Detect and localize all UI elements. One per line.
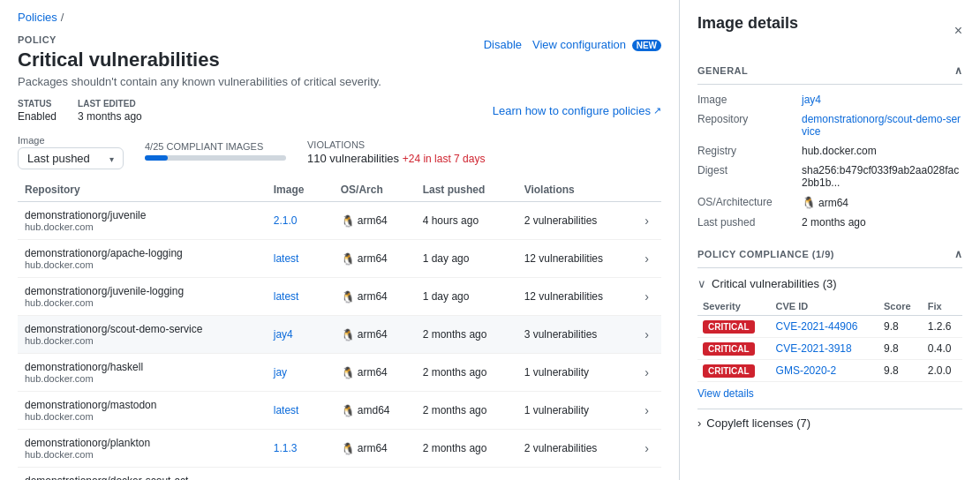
status-value: Enabled [18,110,57,123]
cell-chevron: › [637,202,661,240]
cell-chevron: › [637,468,661,481]
image-detail-row: Image jay4 [697,94,962,106]
table-row[interactable]: demonstrationorg/apache-logging hub.dock… [18,240,661,278]
col-violations: Violations [517,178,638,202]
cell-repo: demonstrationorg/juvenile hub.docker.com [18,202,267,240]
row-chevron-icon: › [645,327,649,341]
image-link[interactable]: latest [274,252,299,265]
linux-icon: 🐧 [341,404,355,417]
image-link[interactable]: latest [274,404,299,416]
image-filter-select[interactable]: Last pushed [18,147,124,169]
digest-detail-label: Digest [697,164,795,176]
copyleft-row[interactable]: › Copyleft licenses (7) [697,409,962,437]
cve-link[interactable]: CVE-2021-44906 [776,320,858,333]
cell-repo: demonstrationorg/apache-logging hub.dock… [18,240,267,278]
os-detail-value: 🐧 arm64 [802,196,848,209]
cve-link[interactable]: CVE-2021-3918 [776,342,852,355]
table-row[interactable]: demonstrationorg/juvenile hub.docker.com… [18,202,661,240]
cell-violations: 2 vulnerabilities [517,202,638,240]
violations-new: +24 in last 7 days [403,153,486,165]
cve-table: Severity CVE ID Score Fix CRITICAL CVE-2… [697,297,962,382]
cve-link[interactable]: GMS-2020-2 [776,364,837,377]
linux-icon: 🐧 [802,196,816,209]
breadcrumb-policies[interactable]: Policies [18,11,57,24]
cell-violations: 12 vulnerabilities [517,240,638,278]
critical-badge: CRITICAL [703,364,755,378]
row-chevron-icon: › [645,214,649,228]
general-chevron-icon: ∧ [954,64,963,77]
cell-arch: 🐧 arm64 [334,202,416,240]
disable-button[interactable]: Disable [484,38,522,51]
table-row[interactable]: demonstrationorg/docker-scout-act hub.do… [18,468,661,481]
images-table: Repository Image OS/Arch Last pushed Vio… [18,178,661,480]
cell-last-pushed: 2 months ago [416,316,517,354]
cell-last-pushed: 2 months ago [416,354,517,392]
linux-icon: 🐧 [341,442,355,455]
cell-chevron: › [637,430,661,468]
policy-toggle-icon[interactable]: ∨ [697,277,706,290]
image-details-panel: Image details × GENERAL ∧ Image jay4 Rep… [680,0,980,480]
cve-col-id: CVE ID [771,297,878,316]
view-details-link[interactable]: View details [697,387,754,400]
compliance-section-header[interactable]: POLICY COMPLIANCE (1/9) ∧ [697,241,962,268]
cve-severity: CRITICAL [697,338,771,360]
general-section-header[interactable]: GENERAL ∧ [697,57,962,85]
breadcrumb-separator: / [61,11,64,24]
image-link[interactable]: latest [274,290,299,303]
cve-row: CRITICAL CVE-2021-3918 9.8 0.4.0 [697,338,962,360]
cell-repo: demonstrationorg/juvenile-logging hub.do… [18,278,267,316]
repo-detail-label: Repository [697,113,795,125]
registry-detail-label: Registry [697,145,795,157]
linux-icon: 🐧 [341,328,355,341]
repo-detail-value[interactable]: demonstrationorg/scout-demo-service [802,113,962,138]
image-link[interactable]: 2.1.0 [274,214,298,227]
table-row[interactable]: demonstrationorg/mastodon hub.docker.com… [18,392,661,430]
cell-arch: 🐧 arm64 [334,240,416,278]
table-row[interactable]: demonstrationorg/scout-demo-service hub.… [18,316,661,354]
cell-arch: 🐧 arm64 [334,316,416,354]
view-configuration-button[interactable]: View configuration NEW [532,38,661,51]
linux-icon: 🐧 [341,290,355,304]
cell-image: latest [267,392,334,430]
linux-icon: 🐧 [341,214,355,228]
linux-icon: 🐧 [341,252,355,266]
table-row[interactable]: demonstrationorg/juvenile-logging hub.do… [18,278,661,316]
cell-violations: 2 vulnerabilities [517,430,638,468]
compliance-label: 4/25 COMPLIANT IMAGES [145,141,286,152]
row-chevron-icon: › [645,365,649,379]
last-pushed-detail-row: Last pushed 2 months ago [697,216,962,229]
cve-row: CRITICAL CVE-2021-44906 9.8 1.2.6 [697,316,962,338]
row-chevron-icon: › [645,403,649,417]
table-row[interactable]: demonstrationorg/haskell hub.docker.com … [18,354,661,392]
image-link[interactable]: jay [274,366,287,379]
compliance-chevron-icon: ∧ [954,248,963,260]
image-link[interactable]: jay4 [274,328,293,341]
cve-col-score: Score [878,297,923,316]
cve-fix: 0.4.0 [923,338,962,360]
cell-violations: 1 vulnerability [517,354,638,392]
cve-severity: CRITICAL [697,316,771,338]
image-filter-value: Last pushed [27,152,90,165]
cell-arch: 🐧 amd64 [334,392,416,430]
col-repository: Repository [18,178,267,202]
policy-compliance-name: Critical vulnerabilities (3) [712,277,837,290]
policy-description: Packages shouldn't contain any known vul… [18,75,381,88]
close-icon[interactable]: × [954,23,962,39]
image-link[interactable]: 1.1.3 [274,442,298,454]
image-detail-value[interactable]: jay4 [802,94,821,106]
learn-link[interactable]: Learn how to configure policies [493,99,661,123]
general-label: GENERAL [697,65,748,76]
digest-detail-row: Digest sha256:b479cf033f9ab2aa028fac2bb1… [697,164,962,189]
last-pushed-detail-value: 2 months ago [802,216,866,229]
repo-detail-row: Repository demonstrationorg/scout-demo-s… [697,113,962,138]
row-chevron-icon: › [645,251,649,266]
image-filter-label: Image [18,135,124,146]
registry-detail-row: Registry hub.docker.com [697,145,962,157]
col-os-arch: OS/Arch [334,178,416,202]
cve-score: 9.8 [878,338,923,360]
cve-severity: CRITICAL [697,360,771,382]
cell-arch: 🐧 arm64 [334,278,416,316]
os-detail-row: OS/Architecture 🐧 arm64 [697,196,962,209]
table-row[interactable]: demonstrationorg/plankton hub.docker.com… [18,430,661,468]
cell-repo: demonstrationorg/scout-demo-service hub.… [18,316,267,354]
